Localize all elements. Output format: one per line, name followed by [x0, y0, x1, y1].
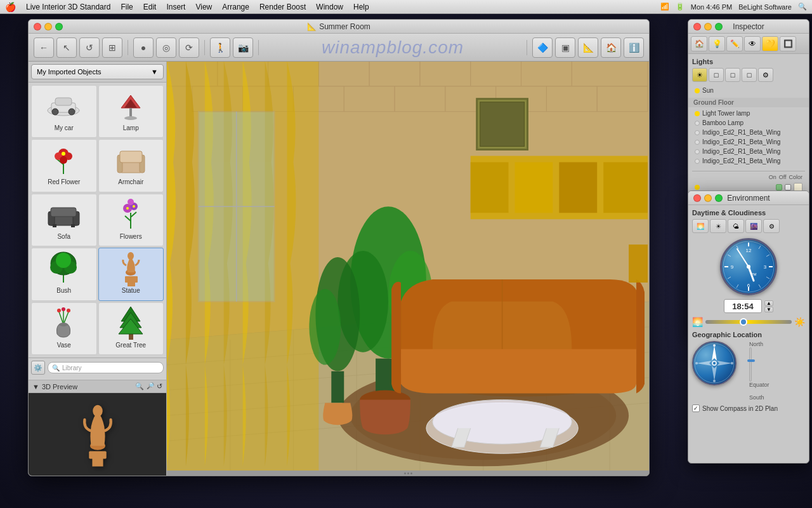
- geo-row: North Equator South: [692, 341, 805, 401]
- light-item-indigo-1[interactable]: Indigo_Ed2_R1_Beta_Wing: [692, 128, 805, 137]
- day-preset-dawn[interactable]: 🌅: [692, 219, 709, 233]
- inspector-max-button[interactable]: [715, 23, 723, 30]
- object-item-statue[interactable]: Statue: [98, 248, 164, 300]
- sun-slider-track[interactable]: [705, 320, 792, 324]
- inspector-eye-tab[interactable]: 👁: [744, 36, 761, 51]
- settings-tool-button[interactable]: ⚙️: [31, 361, 45, 375]
- svg-rect-97: [471, 162, 509, 213]
- menu-edit[interactable]: Edit: [143, 3, 157, 11]
- object-item-lamp[interactable]: Lamp: [98, 85, 164, 138]
- latitude-thumb[interactable]: [747, 359, 755, 362]
- view-3d-button[interactable]: 🔷: [532, 37, 553, 58]
- light-type4-btn[interactable]: □: [742, 68, 757, 82]
- sun-slider-thumb[interactable]: [740, 318, 747, 326]
- light-sun-btn[interactable]: ☀: [692, 68, 707, 82]
- search-bar[interactable]: 🔍 Library: [48, 362, 164, 373]
- env-min-button[interactable]: [704, 194, 712, 202]
- svg-point-49: [59, 323, 68, 326]
- apple-menu[interactable]: 🍎: [5, 2, 16, 12]
- person-tool[interactable]: 🚶: [210, 37, 230, 58]
- object-item-flowers[interactable]: Flowers: [98, 194, 164, 246]
- objects-dropdown[interactable]: My Imported Objects ▼: [31, 64, 164, 79]
- svg-text:6: 6: [747, 283, 750, 288]
- light-item-bamboo-lamp[interactable]: Bamboo Lamp: [692, 118, 805, 128]
- light-item-indigo-3[interactable]: Indigo_Ed2_R1_Beta_Wing: [692, 147, 805, 156]
- preview-statue-3d: [72, 393, 123, 476]
- compass[interactable]: [692, 341, 737, 385]
- object-item-bush[interactable]: Bush: [31, 248, 97, 300]
- light0-on-toggle[interactable]: [776, 184, 782, 190]
- day-preset-dusk[interactable]: 🌆: [745, 219, 762, 233]
- circle-tool[interactable]: ◎: [156, 37, 176, 58]
- light-item-indigo-4[interactable]: Indigo_Ed2_R1_Beta_Wing: [692, 156, 805, 166]
- time-display[interactable]: 18 : 54: [724, 299, 762, 313]
- object-item-redflower[interactable]: Red Flower: [31, 139, 97, 192]
- rotate-tool[interactable]: ⟳: [179, 37, 199, 58]
- menu-help[interactable]: Help: [353, 3, 369, 11]
- svg-point-142: [747, 265, 750, 269]
- search-icon[interactable]: 🔍: [798, 3, 807, 11]
- inspector-edit-tab[interactable]: ✏️: [726, 36, 743, 51]
- inspector-home-tab[interactable]: 🏠: [691, 36, 707, 51]
- light-item-sun[interactable]: Sun: [692, 86, 805, 95]
- env-close-button[interactable]: [693, 194, 701, 202]
- light-item-tower-lamp[interactable]: Light Tower lamp: [692, 109, 805, 118]
- light-settings-btn[interactable]: ⚙: [758, 68, 773, 82]
- day-preset-noon[interactable]: 🌤: [728, 219, 744, 233]
- view-elevation-button[interactable]: 📐: [578, 37, 598, 58]
- inspector-min-button[interactable]: [704, 23, 712, 30]
- zoom-in-button[interactable]: 🔍: [135, 382, 144, 391]
- zoom-reset-button[interactable]: ↺: [157, 382, 162, 391]
- menu-arrange[interactable]: Arrange: [222, 3, 249, 11]
- menu-insert[interactable]: Insert: [166, 3, 185, 11]
- view-plan-button[interactable]: ▣: [555, 37, 575, 58]
- menu-render-boost[interactable]: Render Boost: [259, 3, 306, 11]
- room-scene: [167, 62, 649, 476]
- env-max-button[interactable]: [715, 194, 723, 202]
- window-close-button[interactable]: [34, 23, 41, 30]
- grid-tool[interactable]: ⊞: [102, 37, 122, 58]
- show-compass-checkbox[interactable]: ✓: [692, 404, 700, 412]
- object-item-greattree[interactable]: Great Tree: [98, 302, 164, 355]
- resize-handle[interactable]: [167, 471, 649, 476]
- menu-file[interactable]: File: [121, 3, 133, 11]
- menu-view[interactable]: View: [195, 3, 212, 11]
- view-home-button[interactable]: 🏠: [601, 37, 621, 58]
- menu-app-name[interactable]: Live Interior 3D Standard: [26, 3, 110, 11]
- day-preset-morning[interactable]: ☀: [710, 219, 726, 233]
- inspector-color-tab[interactable]: 💛: [762, 36, 778, 51]
- time-increment-button[interactable]: ▲: [764, 300, 773, 306]
- day-preset-settings[interactable]: ⚙: [763, 219, 780, 233]
- svg-line-45: [63, 312, 69, 324]
- preview-label: 3D Preview: [42, 383, 77, 391]
- info-button[interactable]: ℹ️: [624, 37, 644, 58]
- cursor-tool[interactable]: ↖: [56, 37, 77, 58]
- dot-tool[interactable]: ●: [133, 37, 154, 58]
- light-type3-btn[interactable]: □: [725, 68, 740, 82]
- preview-header[interactable]: ▼ 3D Preview 🔍 🔎 ↺: [29, 380, 166, 393]
- zoom-out-button[interactable]: 🔎: [147, 382, 154, 391]
- light-item-indigo-2[interactable]: Indigo_Ed2_R1_Beta_Wing: [692, 137, 805, 147]
- svg-point-42: [128, 252, 134, 260]
- object-item-armchair[interactable]: Armchair: [98, 139, 164, 192]
- menu-window[interactable]: Window: [316, 3, 343, 11]
- window-maximize-button[interactable]: [55, 23, 63, 30]
- object-item-vase[interactable]: Vase: [31, 302, 97, 355]
- light0-off-toggle[interactable]: [785, 184, 791, 190]
- inspector-close-button[interactable]: [693, 23, 701, 30]
- object-item-mycar[interactable]: My car: [31, 85, 97, 138]
- svg-rect-99: [559, 162, 597, 213]
- svg-line-131: [737, 284, 738, 288]
- toolbar-sep-1: [128, 40, 128, 55]
- light-type2-btn[interactable]: □: [709, 68, 724, 82]
- time-decrement-button[interactable]: ▼: [764, 307, 773, 312]
- back-button[interactable]: ←: [34, 37, 54, 58]
- camera-tool[interactable]: 📷: [233, 37, 253, 58]
- inspector-light-tab[interactable]: 💡: [709, 36, 725, 51]
- inspector-grid-tab[interactable]: 🔲: [780, 36, 796, 51]
- canvas-area[interactable]: [167, 62, 649, 476]
- object-item-sofa[interactable]: Sofa: [31, 194, 97, 246]
- env-traffic-lights: [693, 194, 723, 202]
- window-minimize-button[interactable]: [44, 23, 52, 30]
- undo-tool[interactable]: ↺: [79, 37, 100, 58]
